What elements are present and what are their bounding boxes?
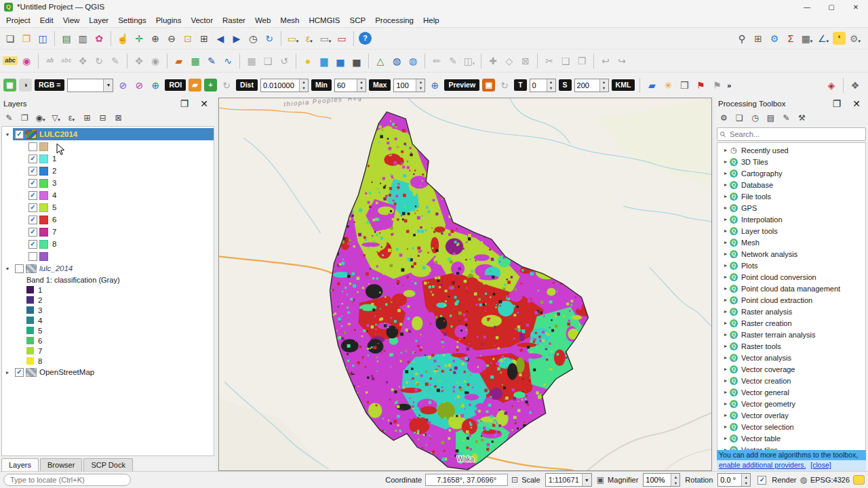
toolbox-group-vector-geometry[interactable]: ▸QVector geometry (717, 398, 865, 409)
t-input-spin-buttons[interactable]: ▲▼ (547, 79, 555, 92)
measure-icon-dropdown-arrow[interactable]: ▾ (827, 39, 829, 46)
toolbox-group-file-tools[interactable]: ▸QFile tools (717, 190, 865, 202)
group-expand-arrow[interactable]: ▸ (722, 182, 730, 188)
t-input-down-arrow[interactable]: ▼ (547, 85, 555, 92)
minimize-button[interactable]: — (795, 0, 819, 14)
layer-checkbox[interactable] (28, 252, 37, 261)
menu-hcmgis[interactable]: HCMGIS (304, 15, 344, 26)
magnifier-spinner[interactable]: ▲▼ (643, 473, 680, 487)
group-expand-arrow[interactable]: ▸ (722, 424, 730, 430)
toolbar-options-icon[interactable]: ⚙▾ (848, 31, 863, 46)
layer-checkbox[interactable]: ✓ (28, 179, 37, 188)
layer-checkbox[interactable]: ✓ (28, 203, 37, 212)
trace-tool-icon[interactable]: ∿ (220, 54, 235, 68)
expand-all-icon[interactable]: ⊞ (80, 111, 94, 125)
layer-checkbox[interactable]: ✓ (28, 155, 37, 163)
deselect-features-icon[interactable]: ▭▾ (318, 31, 333, 46)
close-notice-link[interactable]: [close] (810, 461, 831, 469)
group-expand-arrow[interactable]: ▸ (722, 378, 730, 384)
max-input-down-arrow[interactable]: ▼ (416, 85, 425, 92)
cut-features-icon[interactable]: ✂ (542, 54, 557, 68)
menu-raster[interactable]: Raster (218, 15, 250, 26)
scp-preview-redo-icon[interactable]: ↻ (497, 78, 512, 93)
menu-edit[interactable]: Edit (35, 15, 58, 26)
expand-arrow[interactable]: ▾ (2, 266, 13, 272)
dist-input-spin-buttons[interactable]: ▲▼ (299, 79, 308, 92)
t-input[interactable]: ▲▼ (530, 79, 556, 92)
layer-checkbox[interactable]: ✓ (28, 240, 37, 249)
min-input-up-arrow[interactable]: ▲ (357, 79, 366, 85)
scp-plugin-settings-icon[interactable]: ❖ (848, 78, 863, 93)
rotate-feature-icon[interactable]: ↺ (277, 54, 292, 68)
group-expand-arrow[interactable]: ▸ (722, 297, 730, 303)
vertex-tool-icon[interactable]: ✎ (204, 54, 219, 68)
raster-stretch-icon[interactable]: ▆ (317, 54, 332, 68)
toggle-editing-icon[interactable]: ✎ (446, 54, 460, 68)
menu-processing[interactable]: Processing (370, 15, 418, 26)
digitize-mesh-icon[interactable]: ▦ (188, 54, 203, 68)
scale-combo[interactable]: 1:110671 ▾ (545, 473, 592, 487)
magnifier-spin-buttons[interactable]: ▲▼ (671, 474, 679, 486)
scp-pin-red-icon[interactable]: ⚑ (693, 78, 708, 93)
rotation-value-field[interactable] (718, 474, 741, 486)
cumulative-stretch-icon[interactable]: ▅ (349, 54, 364, 68)
paste-features-icon[interactable]: ❒ (574, 54, 589, 68)
open-layer-styling-icon[interactable]: ✎ (2, 111, 16, 125)
menu-help[interactable]: Help (418, 15, 444, 26)
redo-icon[interactable]: ↪ (614, 54, 629, 68)
pin-labels-icon[interactable]: ab (43, 54, 58, 68)
scp-preview-apply-icon[interactable]: ▣ (482, 79, 495, 92)
zoom-last-icon[interactable]: ◀ (213, 31, 228, 46)
toolbox-group-vector-selection[interactable]: ▸QVector selection (717, 421, 865, 432)
max-input-up-arrow[interactable]: ▲ (416, 79, 425, 85)
open-project-icon[interactable]: ❐ (19, 31, 34, 46)
group-expand-arrow[interactable]: ▸ (722, 262, 730, 268)
toolbox-group-raster-analysis[interactable]: ▸QRaster analysis (717, 306, 865, 317)
toolbox-group-vector-analysis[interactable]: ▸QVector analysis (717, 352, 865, 363)
layer-diagram-icon[interactable]: ◉ (19, 54, 34, 68)
attribute-table-icon[interactable]: ▦▾ (800, 31, 814, 46)
group-expand-arrow[interactable]: ▸ (722, 401, 730, 407)
close-button[interactable]: ✕ (844, 0, 868, 14)
group-expand-arrow[interactable]: ▸ (722, 274, 730, 280)
merge-features-icon[interactable]: ❑ (260, 54, 275, 68)
refresh-map-icon[interactable]: ↻ (262, 31, 277, 46)
annotation-icon[interactable]: ● (300, 54, 315, 68)
extents-icon[interactable]: ⊡ (511, 475, 518, 485)
statistics-panel-icon[interactable]: Σ (783, 31, 798, 46)
scp-copy-icon[interactable]: ❒ (677, 78, 692, 93)
undo-icon[interactable]: ↩ (598, 54, 613, 68)
add-group-icon[interactable]: ❐ (18, 111, 32, 125)
group-expand-arrow[interactable]: ▸ (722, 435, 730, 441)
rotation-spinner[interactable]: ▲▼ (717, 473, 751, 487)
min-input-field[interactable] (335, 79, 357, 92)
select-features-icon[interactable]: ▭▾ (285, 31, 300, 46)
group-expand-arrow[interactable]: ▸ (722, 228, 730, 234)
close-layers-panel-icon[interactable]: ✕ (197, 96, 212, 111)
scp-vector-icon[interactable]: ▰ (644, 78, 659, 93)
t-input-up-arrow[interactable]: ▲ (547, 79, 555, 85)
menu-web[interactable]: Web (250, 15, 275, 26)
s-input-spin-buttons[interactable]: ▲▼ (599, 79, 608, 92)
close-toolbox-panel-icon[interactable]: ✕ (849, 96, 864, 111)
toolbox-group-raster-creation[interactable]: ▸QRaster creation (717, 317, 865, 329)
filter-by-expression-icon-dropdown-arrow[interactable]: ▾ (72, 117, 75, 125)
save-edits-icon-dropdown-arrow[interactable]: ▾ (473, 61, 475, 68)
toolbox-group-point-cloud-data-management[interactable]: ▸QPoint cloud data management (717, 283, 865, 294)
zoom-to-selection-icon[interactable]: ⊡ (180, 31, 195, 46)
toolbar-overflow[interactable]: » (727, 81, 731, 89)
scp-classification-icon[interactable]: △ (373, 54, 388, 68)
models-icon[interactable]: ❑ (732, 111, 747, 125)
scp-roi-polygon-icon[interactable]: ▰ (189, 79, 201, 92)
toolbox-group-raster-terrain-analysis[interactable]: ▸QRaster terrain analysis (717, 329, 865, 340)
select-by-expression-icon-dropdown-arrow[interactable]: ▾ (310, 39, 313, 46)
zoom-out-icon[interactable]: ⊖ (164, 31, 179, 46)
group-expand-arrow[interactable]: ▸ (722, 147, 730, 153)
enable-providers-link[interactable]: enable additional providers. (719, 461, 806, 469)
messages-button[interactable] (853, 475, 865, 485)
group-expand-arrow[interactable]: ▸ (722, 205, 730, 211)
rotate-label-icon[interactable]: ↻ (92, 54, 106, 68)
toolbox-group-point-cloud-conversion[interactable]: ▸QPoint cloud conversion (717, 271, 865, 283)
scp-cumulative-stretch-icon[interactable]: ⊘ (115, 78, 130, 93)
toolbox-group-interpolation[interactable]: ▸QInterpolation (717, 214, 865, 225)
